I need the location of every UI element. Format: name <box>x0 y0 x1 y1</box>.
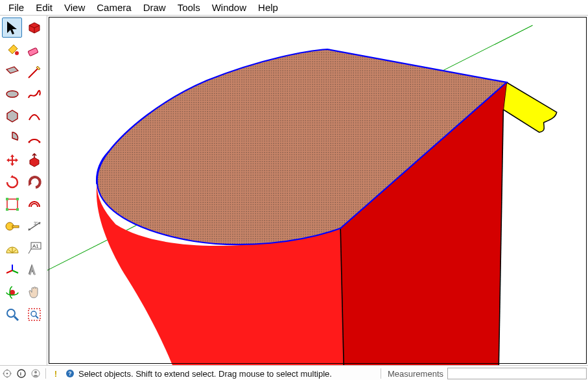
protractor-tool[interactable] <box>2 238 22 258</box>
make-component-tool[interactable] <box>24 18 44 38</box>
measurements-label: Measurements <box>384 369 447 379</box>
measurements-input[interactable] <box>447 368 587 379</box>
svg-text:i: i <box>20 371 21 377</box>
rectangle-tool[interactable] <box>2 62 22 82</box>
freehand-tool[interactable] <box>24 84 44 104</box>
svg-rect-7 <box>6 198 8 200</box>
menu-camera[interactable]: Camera <box>91 1 137 14</box>
push-pull-tool[interactable] <box>24 150 44 170</box>
svg-marker-3 <box>7 110 18 122</box>
svg-text:A1: A1 <box>32 243 39 249</box>
help-icon[interactable]: ? <box>64 368 76 379</box>
tape-measure-tool[interactable] <box>2 216 22 236</box>
svg-point-16 <box>10 290 15 295</box>
svg-rect-8 <box>16 198 19 200</box>
tool-palette: 3" A1 <box>0 16 47 365</box>
3d-text-tool[interactable] <box>24 260 44 280</box>
menu-edit[interactable]: Edit <box>30 1 58 14</box>
axes-tool[interactable] <box>2 260 22 280</box>
menu-view[interactable]: View <box>58 1 91 14</box>
geolocation-icon[interactable] <box>1 368 13 379</box>
text-tool[interactable]: A1 <box>24 238 44 258</box>
svg-rect-10 <box>16 208 19 211</box>
svg-rect-6 <box>7 199 18 209</box>
arc-tool[interactable] <box>24 106 44 126</box>
warning-icon[interactable]: ! <box>50 368 62 379</box>
two-point-arc-tool[interactable] <box>24 128 44 148</box>
zoom-window-tool[interactable] <box>24 304 44 324</box>
dimension-tool[interactable]: 3" <box>24 216 44 236</box>
circle-tool[interactable] <box>2 84 22 104</box>
model-viewport[interactable] <box>47 16 588 365</box>
svg-point-5 <box>38 141 40 143</box>
eraser-tool[interactable] <box>24 40 44 60</box>
move-tool[interactable] <box>2 150 22 170</box>
menu-bar: File Edit View Camera Draw Tools Window … <box>0 0 588 16</box>
svg-rect-1 <box>27 47 38 56</box>
line-tool[interactable] <box>24 62 44 82</box>
svg-point-4 <box>28 141 30 143</box>
credits-icon[interactable]: i <box>16 368 27 379</box>
svg-point-19 <box>31 311 36 316</box>
svg-rect-18 <box>29 309 40 320</box>
menu-tools[interactable]: Tools <box>172 1 206 14</box>
polygon-tool[interactable] <box>2 106 22 126</box>
select-tool[interactable] <box>2 18 22 38</box>
signin-icon[interactable] <box>30 368 41 379</box>
rotate-tool[interactable] <box>2 172 22 192</box>
pie-tool[interactable] <box>2 128 22 148</box>
svg-point-30 <box>34 371 37 374</box>
svg-point-0 <box>15 51 19 55</box>
menu-draw[interactable]: Draw <box>137 1 172 14</box>
status-hint: Select objects. Shift to extend select. … <box>77 369 378 379</box>
svg-point-26 <box>6 373 8 375</box>
offset-tool[interactable] <box>24 194 44 214</box>
scale-tool[interactable] <box>2 194 22 214</box>
follow-me-tool[interactable] <box>24 172 44 192</box>
pan-tool[interactable] <box>24 282 44 302</box>
status-bar: i ! ? Select objects. Shift to extend se… <box>0 365 588 380</box>
svg-point-2 <box>6 91 18 97</box>
paint-bucket-tool[interactable] <box>2 40 22 60</box>
menu-file[interactable]: File <box>3 1 30 14</box>
svg-point-17 <box>7 309 15 317</box>
menu-window[interactable]: Window <box>206 1 252 14</box>
svg-rect-9 <box>6 208 8 211</box>
orbit-tool[interactable] <box>2 282 22 302</box>
svg-text:3": 3" <box>34 221 38 226</box>
zoom-tool[interactable] <box>2 304 22 324</box>
svg-rect-12 <box>12 226 19 228</box>
menu-help[interactable]: Help <box>252 1 284 14</box>
svg-text:?: ? <box>68 370 71 377</box>
